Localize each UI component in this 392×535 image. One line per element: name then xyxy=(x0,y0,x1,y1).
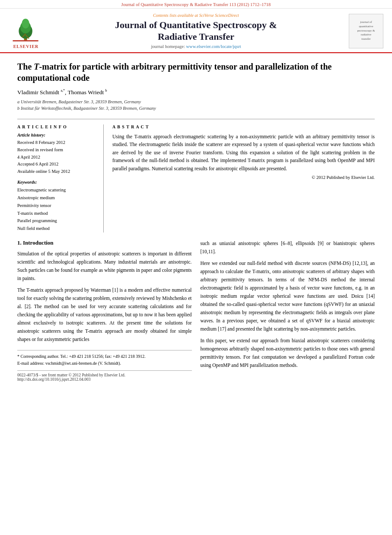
keyword-3: Permittivity tensor xyxy=(17,202,97,210)
abstract-col: A B S T R A C T Using the T-matrix appro… xyxy=(112,124,375,232)
journal-homepage-link[interactable]: www.elsevier.com/locate/jqsrt xyxy=(186,44,241,49)
journal-center: Contents lists available at SciVerse Sci… xyxy=(50,13,342,49)
elsevier-label: ELSEVIER xyxy=(13,44,39,49)
abstract-label: A B S T R A C T xyxy=(112,124,375,129)
keywords-label: Keywords: xyxy=(17,180,97,185)
available-date: Available online 5 May 2012 xyxy=(17,168,97,175)
accepted-date: Accepted 6 April 2012 xyxy=(17,161,97,168)
footer-line2: http://dx.doi.org/10.1016/j.jqsrt.2012.0… xyxy=(17,377,192,382)
footnotes: * Corresponding author. Tel.: +49 421 21… xyxy=(17,350,192,367)
journal-logo-right: journal ofquantitativepectroscopy &radia… xyxy=(347,13,386,49)
footer-line1: 0022-4073/$ - see front matter © 2012 Pu… xyxy=(17,373,192,377)
article-info-label: A R T I C L E I N F O xyxy=(17,124,97,129)
body-left-col: 1. Introduction Simulation of the optica… xyxy=(17,239,192,382)
journal-title: Journal of Quantitative Spectroscopy & R… xyxy=(115,19,277,42)
keyword-6: Null field method xyxy=(17,225,97,232)
sciverse-line: Contents lists available at SciVerse Sci… xyxy=(153,13,239,18)
elsevier-tree-icon xyxy=(11,13,41,43)
svg-rect-6 xyxy=(13,40,38,41)
page-wrapper: Journal of Quantitative Spectroscopy & R… xyxy=(0,0,392,535)
journal-thumb: journal ofquantitativepectroscopy &radia… xyxy=(349,14,383,48)
body-right-col: such as uniaxial anisotropic spheres [6–… xyxy=(201,239,375,382)
article-title: The T-matrix for particle with arbitrary… xyxy=(17,61,375,83)
received-revised: Received in revised form4 April 2012 xyxy=(17,146,97,161)
received-date: Received 8 February 2012 xyxy=(17,139,97,146)
abstract-copyright: © 2012 Published by Elsevier Ltd. xyxy=(112,175,375,180)
keyword-2: Anisotropic medium xyxy=(17,194,97,202)
footnote-corresponding: * Corresponding author. Tel.: +49 421 21… xyxy=(17,353,192,360)
intro-para-2: The T-matrix approach proposed by Waterm… xyxy=(17,286,192,344)
svg-point-3 xyxy=(22,19,29,29)
history-label: Article history: xyxy=(17,133,97,137)
body-two-col: 1. Introduction Simulation of the optica… xyxy=(17,239,375,382)
article-info-col: A R T I C L E I N F O Article history: R… xyxy=(17,124,104,232)
intro-heading: 1. Introduction xyxy=(17,239,192,246)
affiliation-b: b Institut für Werkstofftechnik, Badgast… xyxy=(17,105,375,112)
two-col-info-abstract: A R T I C L E I N F O Article history: R… xyxy=(17,119,375,232)
article-content: The T-matrix for particle with arbitrary… xyxy=(0,53,392,390)
right-para-2: Here we extended our null-field method w… xyxy=(201,259,375,333)
footer: 0022-4073/$ - see front matter © 2012 Pu… xyxy=(17,370,192,382)
right-para-3: In this paper, we extend our approach fr… xyxy=(201,337,375,369)
top-banner: Journal of Quantitative Spectroscopy & R… xyxy=(0,0,392,9)
keyword-4: T-matrix method xyxy=(17,210,97,217)
affiliation-a: a Universität Bremen, Badgasteiner Str. … xyxy=(17,99,375,105)
right-para-1: such as uniaxial anisotropic spheres [6–… xyxy=(201,239,375,256)
sciverse-prefix: Contents lists available at xyxy=(153,13,199,18)
journal-homepage: journal homepage: www.elsevier.com/locat… xyxy=(151,44,241,49)
keyword-5: Parallel programming xyxy=(17,217,97,225)
journal-header: ELSEVIER Contents lists available at Sci… xyxy=(0,9,392,53)
journal-logo-left: ELSEVIER xyxy=(6,13,45,49)
footnote-email: E-mail address: vschmidt@iwt.uni-bremen.… xyxy=(17,360,192,367)
banner-text: Journal of Quantitative Spectroscopy & R… xyxy=(121,2,271,7)
intro-para-1: Simulation of the optical properties of … xyxy=(17,250,192,283)
affiliations: a Universität Bremen, Badgasteiner Str. … xyxy=(17,99,375,112)
abstract-text: Using the T-matrix approach electromagne… xyxy=(112,133,375,172)
authors: Vladimir Schmidt a,*, Thomas Wriedt b xyxy=(17,89,375,96)
keyword-1: Electromagnetic scattering xyxy=(17,186,97,194)
sciverse-link[interactable]: SciVerse ScienceDirect xyxy=(199,13,239,18)
